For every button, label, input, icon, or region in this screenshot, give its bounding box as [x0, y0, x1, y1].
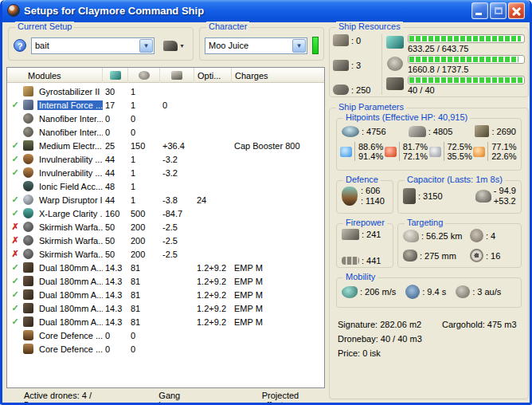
module-row[interactable]: ✗Skirmish Warfa...50200-2.5	[7, 220, 324, 234]
invulnerability-icon	[23, 154, 33, 164]
resist-divider	[444, 142, 444, 161]
scan-res-icon	[470, 249, 483, 262]
module-powergrid: 1	[128, 87, 160, 96]
thermal-resist-values: 81.7%72.1%	[403, 142, 428, 161]
module-cpu: 17	[103, 100, 128, 110]
module-row[interactable]: ✓Dual 180mm A...14.3811.2+9.2EMP M	[7, 261, 324, 274]
core-defence-icon	[23, 330, 33, 340]
module-cap-use: 0	[160, 100, 194, 110]
signature-resolution: : 275 mm	[403, 249, 470, 262]
projected-effects-label[interactable]: Projected effects	[262, 391, 325, 405]
em-resist-values: 88.6%91.4%	[358, 142, 383, 161]
ship-stats-text: Signature: 282.06 m2 Cargohold: 475 m3 D…	[334, 316, 523, 360]
app-icon	[7, 4, 20, 17]
cpu-column-header[interactable]	[103, 68, 128, 83]
module-charge: EMP M	[232, 290, 324, 300]
capacitor-column-header[interactable]	[160, 68, 194, 83]
ionic-field-icon	[23, 181, 33, 191]
capacitor-drain: - 94.9	[494, 186, 516, 196]
module-row[interactable]: ✓Dual 180mm A...14.3811.2+9.2EMP M	[7, 315, 324, 328]
resist-divider	[487, 142, 488, 161]
module-optimal: 1.2+9.2	[194, 304, 232, 313]
module-row[interactable]: Nanofiber Inter...00	[7, 112, 324, 125]
chevron-down-icon[interactable]: ▾	[292, 39, 306, 53]
hull-hp-icon	[475, 125, 489, 137]
module-charge: EMP M	[232, 277, 324, 286]
chevron-down-icon[interactable]: ▾	[139, 39, 153, 53]
module-row[interactable]: ✗Skirmish Warfa...50200-2.5	[7, 247, 324, 261]
module-row[interactable]: Core Defence ...00	[7, 328, 324, 342]
resists-row: 88.6%91.4%81.7%72.1%72.5%35.5%77.1%22.6%	[340, 142, 518, 161]
maximize-button[interactable]	[490, 2, 507, 19]
module-row[interactable]: ✓Warp Disruptor II441-3.824	[7, 193, 324, 206]
module-row[interactable]: Nanofiber Inter...00	[7, 125, 324, 139]
modules-column-header[interactable]: Modules	[7, 68, 103, 83]
defence-label: Defence	[343, 175, 381, 184]
powergrid-column-header[interactable]	[128, 68, 160, 83]
module-row[interactable]: ✓X-Large Clarity ...160500-84.7	[7, 206, 324, 220]
minimize-button[interactable]	[471, 2, 488, 19]
module-name: Dual 180mm A...	[37, 304, 103, 313]
module-powergrid: 81	[128, 290, 160, 300]
defence-group: Defence : 606 : 1140	[336, 180, 393, 214]
armor-hp-icon	[409, 126, 426, 137]
module-cpu: 30	[103, 87, 128, 96]
module-cpu: 14.3	[103, 277, 128, 286]
capacitor-amount: : 3150	[403, 188, 443, 204]
warp-speed-icon	[456, 285, 470, 298]
module-row[interactable]: ✓Dual 180mm A...14.3811.2+9.2EMP M	[7, 274, 324, 288]
calibration-value: : 250	[333, 85, 380, 95]
explosive-resist-cell: 77.1%22.6%	[473, 142, 518, 161]
module-cpu: 0	[103, 128, 128, 137]
ship-actions-button[interactable]: ▾	[159, 36, 188, 55]
module-cpu: 44	[103, 155, 128, 164]
current-setup-label: Current Setup	[15, 22, 74, 31]
shield-hp: : 4756	[342, 125, 386, 137]
close-button[interactable]	[508, 2, 525, 19]
modules-list[interactable]: Modules Opti... Charges Gyrostabilizer I…	[6, 67, 325, 388]
resist-divider	[354, 142, 355, 161]
module-row[interactable]: Gyrostabilizer II301	[7, 85, 324, 98]
warp-disruptor-icon	[23, 195, 33, 205]
capacitor-group: Capacitor (Lasts: 1m 8s) : 3150 - 94.9	[397, 180, 522, 214]
module-powergrid: 0	[128, 331, 160, 340]
shield-hp-icon	[342, 126, 359, 137]
module-row[interactable]: ✓Dual 180mm A...14.3811.2+9.2EMP M	[7, 301, 324, 315]
optimal-column-header[interactable]: Opti...	[194, 68, 232, 83]
charges-column-header[interactable]: Charges	[232, 68, 324, 83]
title-bar[interactable]: Setups for Claymore Command Ship	[2, 0, 530, 22]
mobility-label: Mobility	[343, 272, 377, 281]
module-row[interactable]: ✓Internal Force ...1710	[7, 98, 324, 112]
gang-bonuses-label[interactable]: Gang bonuses	[158, 391, 213, 405]
module-name: Skirmish Warfa...	[37, 250, 103, 259]
module-powergrid: 1	[128, 195, 160, 205]
ship-parameters-label: Ship Parameters	[336, 102, 406, 112]
signature-stat: Signature: 282.06 m2	[338, 317, 442, 332]
turret-slots: : 0	[333, 34, 380, 46]
cpu-usage-text: 633.25 / 643.75	[408, 44, 525, 53]
module-row[interactable]: ✓Medium Electr...25150+36.4Cap Booster 8…	[7, 139, 324, 152]
help-icon[interactable]: ?	[14, 39, 26, 52]
maximize-icon	[495, 7, 503, 14]
module-row[interactable]: ✗Skirmish Warfa...50200-2.5	[7, 234, 324, 247]
module-row[interactable]: ✓Dual 180mm A...14.3811.2+9.2EMP M	[7, 288, 324, 301]
gyrostabilizer-icon	[23, 86, 33, 96]
active-drones-label[interactable]: Active drones: 4 / 5	[24, 391, 96, 405]
explosive-resist-icon	[473, 147, 485, 157]
dronebay-usage-bar	[408, 76, 525, 85]
character-status-indicator	[312, 37, 319, 54]
setup-select[interactable]: bait ▾	[31, 37, 155, 54]
module-row[interactable]: ✓Invulnerability ...441-3.2	[7, 152, 324, 166]
skirmish-link-icon	[23, 249, 33, 259]
module-powergrid: 500	[128, 209, 160, 218]
skirmish-link-icon	[23, 222, 33, 232]
modules-header: Modules Opti... Charges	[7, 68, 324, 83]
module-row[interactable]: ✓Invulnerability ...441-3.2	[7, 166, 324, 179]
character-select[interactable]: Moo Juice ▾	[205, 37, 307, 54]
armor-hp: : 4805	[409, 125, 453, 137]
module-row[interactable]: Ionic Field Acc...481	[7, 179, 324, 193]
module-row[interactable]: Core Defence ...00	[7, 342, 324, 356]
module-powergrid: 0	[128, 344, 160, 354]
turret-hardpoint-icon	[333, 34, 349, 46]
ship-resources-label: Ship Resources	[336, 22, 403, 31]
